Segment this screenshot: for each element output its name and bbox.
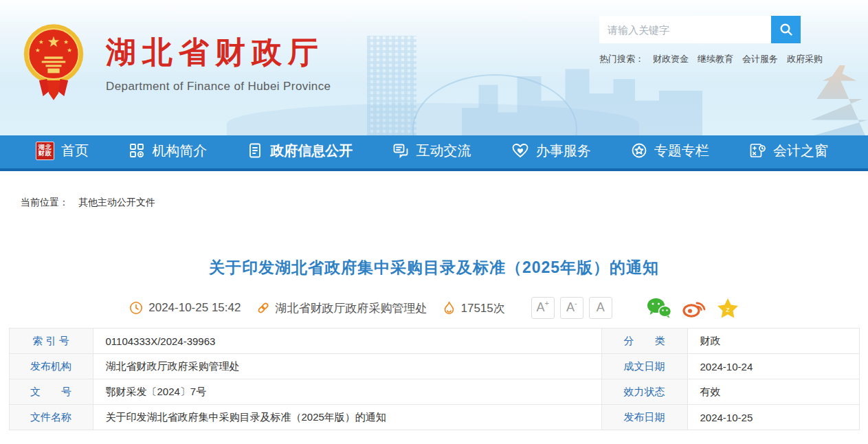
field-value: 有效 — [687, 379, 859, 405]
nav-label: 政府信息公开 — [270, 142, 353, 160]
weibo-share-icon[interactable] — [682, 298, 706, 318]
document-info-table: 索 引 号 01104333X/2024-39963 分 类 财政 发布机构 湖… — [9, 328, 860, 430]
nav-item-topics[interactable]: 专题专栏 — [631, 134, 709, 167]
site-header: ★ ★ ★ ★ ★ 湖北省财政厅 Department of Finance o… — [0, 0, 868, 135]
breadcrumb-current[interactable]: 其他主动公开文件 — [78, 197, 155, 208]
field-label: 效力状态 — [601, 379, 687, 405]
wechat-share-icon[interactable] — [647, 298, 671, 318]
field-value: 鄂财采发〔2024〕7号 — [93, 379, 601, 405]
field-value: 财政 — [687, 329, 859, 354]
main-navigation: 湖北 财政 首页 机构简介 政府信息公开 互动交流 — [0, 135, 868, 171]
field-label: 文 号 — [9, 379, 93, 405]
svg-text:★: ★ — [35, 47, 41, 54]
nav-label: 首页 — [61, 142, 89, 160]
site-logo[interactable]: ★ ★ ★ ★ ★ 湖北省财政厅 Department of Finance o… — [21, 22, 331, 103]
nav-label: 互动交流 — [416, 142, 471, 160]
link-icon — [257, 302, 269, 314]
publish-time-group: 2024-10-25 15:42 — [129, 301, 241, 315]
nav-item-home[interactable]: 湖北 财政 首页 — [36, 134, 89, 167]
flame-icon — [443, 301, 455, 315]
hot-search-label: 热门搜索： — [599, 53, 644, 65]
nav-label: 机构简介 — [152, 142, 207, 160]
font-smaller-button[interactable]: A- — [560, 297, 583, 319]
field-label: 发布日期 — [601, 405, 687, 430]
source-group: 湖北省财政厅政府采购管理处 — [257, 300, 427, 316]
field-label: 分 类 — [601, 329, 687, 354]
field-label: 发布机构 — [9, 354, 93, 379]
view-count: 17515次 — [460, 300, 504, 316]
font-larger-button[interactable]: A+ — [531, 297, 555, 319]
hot-search-term[interactable]: 继续教育 — [698, 53, 733, 65]
field-label: 索 引 号 — [9, 329, 93, 354]
table-row: 文件名称 关于印发湖北省政府集中采购目录及标准（2025年版）的通知 发布日期 … — [9, 405, 859, 430]
bridge-decoration — [412, 74, 577, 135]
field-label: 文件名称 — [9, 405, 93, 430]
site-title: 湖北省财政厅 — [106, 32, 331, 73]
nav-label: 专题专栏 — [654, 142, 709, 160]
page-title: 关于印发湖北省政府集中采购目录及标准（2025年版）的通知 — [0, 257, 868, 278]
hot-search-term[interactable]: 会计服务 — [742, 53, 778, 65]
share-buttons: z — [647, 298, 739, 318]
pagoda-decoration — [811, 65, 868, 135]
field-value: 关于印发湖北省政府集中采购目录及标准（2025年版）的通知 — [93, 405, 601, 430]
city-skyline-decoration — [462, 63, 702, 135]
svg-text:z: z — [726, 305, 730, 313]
search-button[interactable] — [771, 16, 801, 43]
font-btn-sup: - — [575, 300, 577, 307]
field-label: 成文日期 — [601, 354, 687, 379]
grid-icon — [129, 142, 145, 159]
field-value: 湖北省财政厅政府采购管理处 — [93, 354, 601, 379]
hot-search-term[interactable]: 政府采购 — [787, 53, 823, 65]
svg-text:★: ★ — [47, 34, 60, 49]
nav-item-accounting[interactable]: 会计之窗 — [749, 134, 828, 167]
search-area: 热门搜索： 财政资金 继续教育 会计服务 政府采购 — [599, 16, 826, 65]
field-value: 01104333X/2024-39963 — [93, 329, 601, 354]
calculator-icon — [749, 142, 766, 159]
nav-label: 办事服务 — [536, 142, 591, 160]
search-input[interactable] — [599, 16, 771, 43]
field-value: 2024-10-25 — [687, 405, 859, 430]
svg-text:★: ★ — [63, 38, 69, 45]
table-row: 发布机构 湖北省财政厅政府采购管理处 成文日期 2024-10-24 — [9, 354, 859, 379]
brand-text: 湖北省财政厅 Department of Finance of Hubei Pr… — [106, 32, 331, 93]
font-reset-button[interactable]: A — [589, 297, 612, 319]
hot-search-bar: 热门搜索： 财政资金 继续教育 会计服务 政府采购 — [599, 53, 826, 65]
skyline-decoration — [227, 103, 639, 135]
table-row: 文 号 鄂财采发〔2024〕7号 效力状态 有效 — [9, 379, 859, 405]
nav-item-services[interactable]: 办事服务 — [511, 134, 591, 167]
hubei-finance-seal-icon: 湖北 财政 — [36, 142, 54, 160]
star-circle-icon — [631, 142, 647, 159]
table-row: 索 引 号 01104333X/2024-39963 分 类 财政 — [9, 329, 859, 354]
svg-text:★: ★ — [67, 47, 72, 54]
building-decoration — [367, 36, 416, 135]
font-btn-label: A — [597, 300, 605, 315]
font-btn-label: A — [566, 300, 575, 315]
clock-icon — [129, 301, 143, 315]
breadcrumb-label: 当前位置： — [21, 197, 69, 208]
heart-icon — [511, 142, 529, 159]
font-btn-label: A — [537, 300, 545, 315]
svg-text:★: ★ — [38, 38, 44, 45]
national-emblem-icon: ★ ★ ★ ★ ★ — [21, 22, 87, 103]
site-title-english: Department of Finance of Hubei Province — [106, 80, 331, 93]
font-size-controls: A+ A- A — [531, 297, 612, 319]
article-source: 湖北省财政厅政府采购管理处 — [275, 300, 427, 316]
breadcrumb: 当前位置：其他主动公开文件 — [21, 197, 868, 209]
nav-item-interaction[interactable]: 互动交流 — [392, 134, 471, 167]
qzone-share-icon[interactable]: z — [717, 298, 739, 318]
publish-time: 2024-10-25 15:42 — [148, 301, 241, 315]
nav-item-gov-info[interactable]: 政府信息公开 — [247, 134, 353, 167]
search-icon — [779, 22, 794, 37]
field-value: 2024-10-24 — [687, 354, 859, 379]
hot-search-term[interactable]: 财政资金 — [653, 53, 689, 65]
font-btn-sup: + — [545, 300, 549, 307]
seal-text-bottom: 财政 — [38, 151, 52, 157]
document-icon — [247, 142, 263, 159]
article-meta: 2024-10-25 15:42 湖北省财政厅政府采购管理处 17515次 A+… — [0, 297, 868, 319]
views-group: 17515次 — [443, 300, 504, 316]
nav-label: 会计之窗 — [773, 142, 828, 160]
chat-icon — [392, 142, 409, 159]
nav-item-about[interactable]: 机构简介 — [129, 134, 207, 167]
